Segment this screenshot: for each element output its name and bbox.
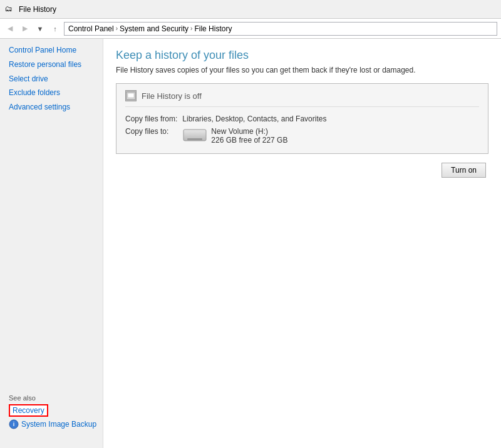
sidebar-item-exclude-folders[interactable]: Exclude folders <box>9 88 103 98</box>
sidebar-item-select-drive[interactable]: Select drive <box>9 74 103 84</box>
status-icon <box>125 90 137 101</box>
sidebar-item-advanced-settings[interactable]: Advanced settings <box>9 102 103 113</box>
app-icon: 🗂 <box>5 4 15 14</box>
address-path: Control Panel › System and Security › Fi… <box>64 22 497 36</box>
content-area: Keep a history of your files File Histor… <box>103 39 501 448</box>
sidebar-item-control-panel-home[interactable]: Control Panel Home <box>9 45 103 56</box>
system-image-row: i System Image Backup <box>9 419 103 429</box>
back-button[interactable]: ◀ <box>4 23 16 35</box>
drive-row: New Volume (H:) 226 GB free of 227 GB <box>182 127 479 145</box>
svg-text:i: i <box>13 421 15 427</box>
sidebar-item-restore-personal-files[interactable]: Restore personal files <box>9 59 103 70</box>
status-box: File History is off Copy files from: Lib… <box>116 83 488 154</box>
address-bar: ◀ ▶ ▼ ↑ Control Panel › System and Secur… <box>0 19 501 39</box>
info-grid: Copy files from: Libraries, Desktop, Con… <box>125 115 479 145</box>
turn-on-button[interactable]: Turn on <box>442 163 486 178</box>
up-button[interactable]: ↑ <box>49 23 61 35</box>
status-text: File History is off <box>142 91 202 101</box>
svg-rect-3 <box>128 93 134 98</box>
page-title: Keep a history of your files <box>116 49 488 62</box>
drive-icon <box>182 127 206 145</box>
forward-button[interactable]: ▶ <box>19 23 31 35</box>
path-arrow-2: › <box>190 25 192 32</box>
content-description: File History saves copies of your files … <box>116 66 488 74</box>
copy-from-label: Copy files from: <box>125 115 177 123</box>
path-control-panel[interactable]: Control Panel <box>68 24 114 33</box>
actions-row: Turn on <box>116 163 488 178</box>
drive-info: New Volume (H:) 226 GB free of 227 GB <box>211 127 287 145</box>
copy-to-label: Copy files to: <box>125 127 177 145</box>
system-image-icon: i <box>9 419 19 429</box>
drive-space: 226 GB free of 227 GB <box>211 136 287 145</box>
svg-rect-5 <box>187 138 202 140</box>
sidebar-nav: Control Panel Home Restore personal file… <box>9 45 103 113</box>
title-bar: 🗂 File History <box>0 0 501 19</box>
see-also-label: See also <box>9 394 103 402</box>
system-image-backup-link[interactable]: System Image Backup <box>21 420 96 429</box>
drive-name: New Volume (H:) <box>211 127 287 136</box>
recent-button[interactable]: ▼ <box>34 23 46 35</box>
path-file-history[interactable]: File History <box>194 24 232 33</box>
title-bar-text: File History <box>19 5 56 14</box>
sidebar: Control Panel Home Restore personal file… <box>0 39 103 448</box>
status-header: File History is off <box>125 90 479 107</box>
copy-from-value: Libraries, Desktop, Contacts, and Favori… <box>182 115 479 123</box>
see-also-section: See also Recovery i System Image Backup <box>9 394 103 429</box>
path-arrow-1: › <box>116 25 118 32</box>
path-system-security[interactable]: System and Security <box>120 24 189 33</box>
recovery-link[interactable]: Recovery <box>9 404 48 417</box>
main-layout: Control Panel Home Restore personal file… <box>0 39 501 448</box>
